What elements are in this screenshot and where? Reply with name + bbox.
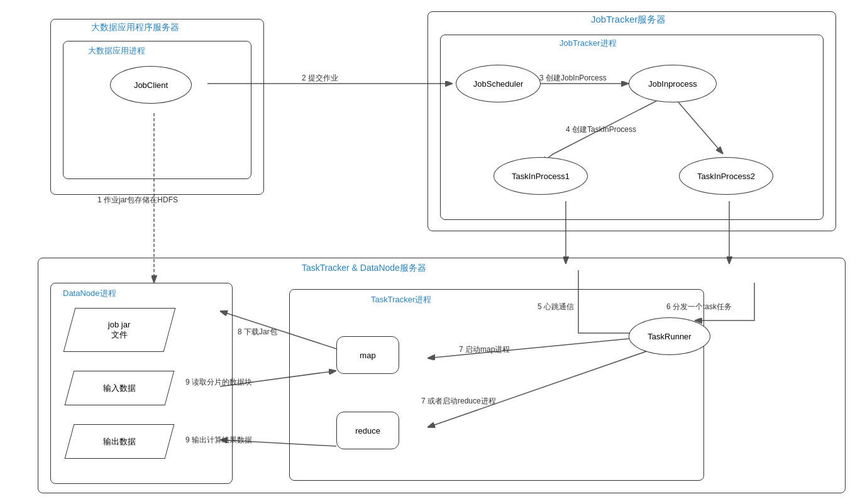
tasktracker-process-label: TaskTracker进程 xyxy=(371,294,431,305)
label-distribute-task: 6 分发一个task任务 xyxy=(666,302,732,312)
jobtracker-server-label: JobTracker服务器 xyxy=(591,14,666,26)
label-create-jobinprocess: 3 创建JobInPorcess xyxy=(539,73,607,84)
bigdata-server-label: 大数据应用程序服务器 xyxy=(91,22,179,33)
taskinprocess1-ellipse: TaskInProcess1 xyxy=(493,157,588,195)
jobinprocess-ellipse: JobInprocess xyxy=(629,65,717,102)
tasktracker-process-box xyxy=(289,289,704,481)
label-read-data: 9 读取分片的数据块 xyxy=(185,377,252,388)
datanode-process-label: DataNode进程 xyxy=(63,288,116,299)
reduce-rect: reduce xyxy=(336,412,399,449)
input-data-parallelogram: 输入数据 xyxy=(65,371,175,405)
label-create-taskinprocess: 4 创建TaskInProcess xyxy=(566,124,636,135)
job-jar-parallelogram: job jar文件 xyxy=(63,308,176,352)
diagram-container: 大数据应用程序服务器 大数据应用进程 JobClient JobTracker服… xyxy=(0,0,860,504)
bigdata-process-label: 大数据应用进程 xyxy=(88,45,145,57)
taskinprocess2-ellipse: TaskInProcess2 xyxy=(679,157,773,195)
label-jar-hdfs: 1 作业jar包存储在HDFS xyxy=(97,195,178,205)
tasktracker-server-label: TaskTracker & DataNode服务器 xyxy=(302,263,426,274)
label-start-reduce: 7 或者启动reduce进程 xyxy=(421,396,496,407)
label-submit-job: 2 提交作业 xyxy=(302,73,338,84)
output-data-parallelogram: 输出数据 xyxy=(65,424,175,459)
jobscheduler-ellipse: JobScheduler xyxy=(456,65,541,102)
label-start-map: 7 启动map进程 xyxy=(459,344,510,355)
jobtracker-process-label: JobTracker进程 xyxy=(560,38,617,49)
label-heartbeat: 5 心跳通信 xyxy=(538,302,574,312)
jobclient-ellipse: JobClient xyxy=(110,66,192,104)
map-rect: map xyxy=(336,336,399,374)
taskrunner-ellipse: TaskRunner xyxy=(629,317,710,355)
bigdata-process-box xyxy=(63,41,251,179)
label-download-jar: 8 下载Jar包 xyxy=(238,327,277,337)
label-output-data: 9 输出计算结果数据 xyxy=(185,435,252,446)
